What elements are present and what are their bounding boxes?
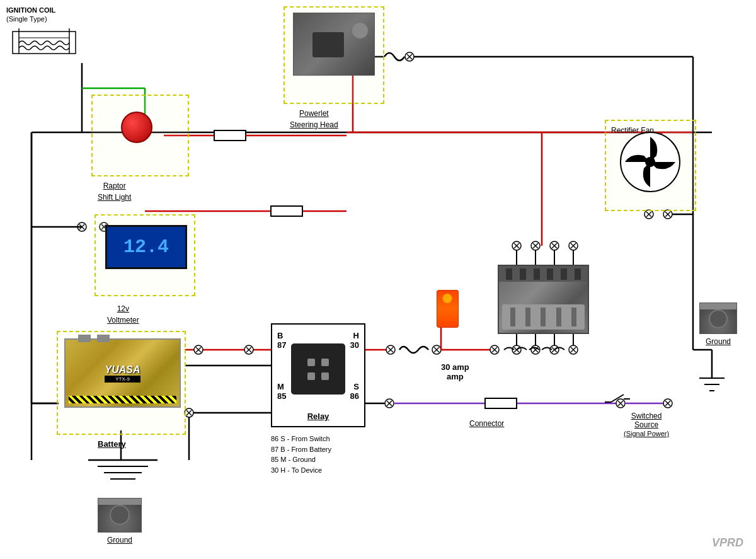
svg-line-62	[407, 54, 412, 59]
svg-line-11	[196, 347, 201, 352]
svg-point-47	[569, 241, 578, 250]
svg-line-46	[552, 243, 557, 248]
svg-line-49	[571, 243, 576, 248]
rectifier-fan-label: Rectifier Fan	[611, 126, 654, 135]
ignition-coil-label: IGNITION COIL	[6, 6, 88, 14]
ground-right-image	[699, 303, 737, 334]
svg-line-10	[196, 347, 201, 352]
svg-line-27	[514, 347, 519, 352]
svg-point-16	[386, 345, 395, 354]
svg-line-17	[388, 347, 393, 352]
powerlet-box	[284, 6, 384, 104]
svg-point-19	[432, 345, 441, 354]
svg-line-72	[646, 212, 651, 217]
ground-right: Ground	[699, 303, 737, 346]
svg-point-67	[663, 210, 672, 219]
svg-point-70	[644, 210, 653, 219]
svg-point-130	[645, 157, 655, 167]
svg-point-9	[194, 345, 203, 354]
blade-fuse-image	[428, 290, 466, 334]
powerlet-label: Powerlet Steering Head	[290, 107, 338, 130]
svg-line-14	[246, 347, 251, 352]
relay-pin-h30: H30	[350, 331, 359, 350]
coil-symbol-svg	[9, 25, 85, 63]
svg-point-12	[244, 345, 253, 354]
svg-line-61	[407, 54, 412, 59]
raptor-shift-light-box	[91, 95, 189, 176]
svg-point-60	[405, 52, 414, 61]
connector-label: Connector	[469, 419, 504, 428]
svg-line-33	[552, 347, 557, 352]
raptor-shift-light-label: Raptor Shift Light	[98, 180, 131, 202]
svg-line-37	[571, 347, 576, 352]
svg-point-29	[531, 345, 540, 354]
svg-line-28	[514, 347, 519, 352]
svg-point-111	[663, 399, 672, 408]
svg-line-85	[79, 224, 84, 229]
watermark: VPRD	[712, 536, 743, 550]
svg-point-38	[512, 241, 521, 250]
raptor-led	[121, 112, 152, 143]
relay-label: Relay	[307, 412, 329, 421]
relay-pin-s86: S86	[350, 382, 359, 401]
distribution-block-image	[498, 265, 589, 334]
svg-point-23	[490, 345, 499, 354]
powerlet-image	[293, 13, 375, 76]
ignition-coil-sublabel: (Single Type)	[6, 15, 88, 23]
svg-rect-91	[271, 206, 302, 216]
ground-left: Ground	[98, 498, 142, 545]
svg-line-71	[646, 212, 651, 217]
svg-line-18	[388, 347, 393, 352]
svg-line-98	[186, 410, 192, 415]
relay-pin-b87: B87	[277, 331, 286, 350]
switch-symbol-svg	[602, 389, 633, 408]
svg-line-34	[552, 347, 557, 352]
battery-dashed-box: YUASA YTX-9	[57, 331, 186, 435]
svg-point-26	[512, 345, 521, 354]
svg-line-43	[533, 243, 538, 248]
svg-line-21	[434, 347, 439, 352]
svg-line-42	[533, 243, 538, 248]
ground-left-image	[98, 498, 142, 533]
svg-point-41	[531, 241, 540, 250]
svg-line-69	[665, 212, 670, 217]
relay-notes: 86 S - From Switch 87 B - From Battery 8…	[271, 434, 331, 475]
svg-line-24	[492, 347, 497, 352]
svg-line-68	[665, 212, 670, 217]
svg-point-102	[385, 399, 394, 408]
svg-line-86	[79, 224, 84, 229]
svg-rect-106	[485, 398, 517, 408]
switched-source-label: Switched Source (Signal Power)	[624, 412, 669, 438]
svg-line-13	[246, 347, 251, 352]
svg-line-31	[533, 347, 538, 352]
voltmeter-box: 12.4	[94, 214, 195, 296]
svg-line-132	[611, 395, 624, 402]
svg-rect-82	[214, 130, 246, 141]
fan-symbol	[619, 130, 682, 196]
svg-line-104	[387, 401, 392, 406]
battery-image: YUASA YTX-9	[64, 338, 181, 414]
svg-line-99	[186, 410, 192, 415]
svg-line-45	[552, 243, 557, 248]
svg-line-40	[514, 243, 519, 248]
svg-line-112	[665, 401, 670, 406]
svg-line-30	[533, 347, 538, 352]
svg-line-20	[434, 347, 439, 352]
relay-box: B87 H30 M85 S86 Relay	[271, 323, 365, 427]
svg-line-39	[514, 243, 519, 248]
svg-point-84	[77, 222, 86, 231]
svg-point-44	[550, 241, 559, 250]
relay-body	[291, 343, 345, 395]
ignition-coil: IGNITION COIL (Single Type)	[6, 6, 88, 66]
svg-line-103	[387, 401, 392, 406]
fuse-label: 30 amp amp	[441, 362, 469, 381]
battery-label: Battery	[98, 438, 126, 449]
voltmeter-label: 12v Voltmeter	[107, 303, 139, 325]
svg-point-35	[569, 345, 578, 354]
svg-point-97	[185, 408, 193, 417]
svg-line-25	[492, 347, 497, 352]
relay-pin-m85: M85	[277, 382, 286, 401]
wiring-diagram: IGNITION COIL (Single Type) Raptor Shift…	[0, 0, 756, 559]
svg-line-113	[665, 401, 670, 406]
svg-line-48	[571, 243, 576, 248]
